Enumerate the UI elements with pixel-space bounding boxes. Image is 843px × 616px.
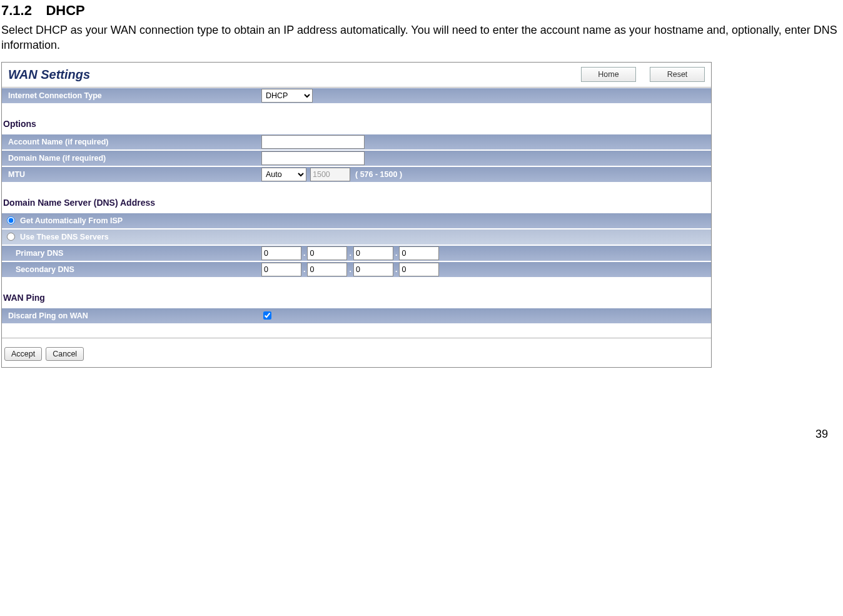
wan-settings-screenshot: WAN Settings Home Reset Internet Connect… — [1, 62, 712, 368]
section-number: 7.1.2 — [1, 3, 32, 19]
accept-button[interactable]: Accept — [4, 347, 42, 361]
discard-ping-row: Discard Ping on WAN — [2, 308, 711, 324]
page-number: 39 — [0, 368, 843, 448]
dot-icon: . — [303, 249, 305, 258]
secondary-dns-octet-3[interactable] — [353, 263, 393, 276]
reset-button[interactable]: Reset — [650, 67, 705, 82]
dot-icon: . — [349, 249, 351, 258]
domain-name-label: Domain Name (if required) — [8, 154, 261, 163]
options-heading: Options — [2, 104, 711, 134]
domain-name-row: Domain Name (if required) — [2, 150, 711, 166]
primary-dns-octet-4[interactable] — [399, 246, 439, 260]
wan-ping-heading: WAN Ping — [2, 278, 711, 308]
dns-auto-row: Get Automatically From ISP — [2, 213, 711, 229]
dot-icon: . — [303, 265, 305, 274]
secondary-dns-row: Secondary DNS . . . — [2, 261, 711, 278]
dns-use-label: Use These DNS Servers — [20, 233, 109, 241]
account-name-label: Account Name (if required) — [8, 138, 261, 146]
mtu-mode-select[interactable]: Auto — [261, 168, 306, 181]
secondary-dns-octet-4[interactable] — [399, 263, 439, 276]
mtu-value-input — [310, 168, 350, 181]
section-intro-text: Select DHCP as your WAN connection type … — [0, 20, 843, 62]
dns-auto-label: Get Automatically From ISP — [20, 216, 123, 225]
home-button[interactable]: Home — [581, 67, 636, 82]
discard-ping-checkbox[interactable] — [263, 311, 271, 320]
internet-connection-type-select[interactable]: DHCP — [261, 89, 313, 103]
section-title: DHCP — [46, 3, 84, 19]
secondary-dns-label: Secondary DNS — [16, 265, 261, 274]
dns-auto-radio[interactable] — [7, 216, 15, 225]
primary-dns-octet-3[interactable] — [353, 246, 393, 260]
domain-name-input[interactable] — [261, 151, 365, 165]
dot-icon: . — [395, 249, 397, 258]
mtu-row: MTU Auto ( 576 - 1500 ) — [2, 166, 711, 183]
secondary-dns-octet-1[interactable] — [261, 263, 301, 276]
primary-dns-row: Primary DNS . . . — [2, 245, 711, 261]
discard-ping-label: Discard Ping on WAN — [8, 311, 263, 320]
internet-connection-type-label: Internet Connection Type — [8, 91, 261, 100]
account-name-row: Account Name (if required) — [2, 134, 711, 150]
mtu-range-text: ( 576 - 1500 ) — [355, 170, 402, 179]
cancel-button[interactable]: Cancel — [46, 347, 84, 361]
primary-dns-octet-1[interactable] — [261, 246, 301, 260]
mtu-label: MTU — [8, 170, 261, 179]
primary-dns-label: Primary DNS — [16, 249, 261, 258]
primary-dns-octet-2[interactable] — [307, 246, 347, 260]
dns-heading: Domain Name Server (DNS) Address — [2, 183, 711, 213]
divider — [2, 338, 711, 338]
dns-use-radio[interactable] — [7, 233, 15, 241]
dns-use-row: Use These DNS Servers — [2, 229, 711, 245]
page-title: WAN Settings — [2, 63, 581, 87]
account-name-input[interactable] — [261, 135, 365, 149]
secondary-dns-octet-2[interactable] — [307, 263, 347, 276]
dot-icon: . — [395, 265, 397, 274]
dot-icon: . — [349, 265, 351, 274]
internet-connection-type-row: Internet Connection Type DHCP — [2, 88, 711, 104]
